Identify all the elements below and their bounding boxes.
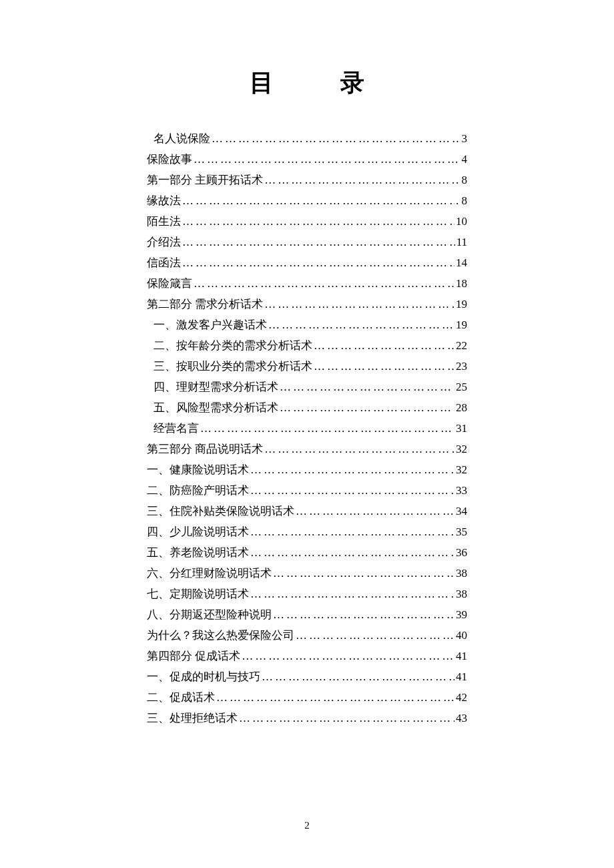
toc-entry: 五、养老险说明话术 36 [147, 547, 467, 558]
toc-leader-dots [272, 609, 456, 620]
toc-entry-label: 保险箴言 [147, 278, 192, 289]
toc-entry: 保险箴言18 [147, 278, 467, 289]
toc-leader-dots [199, 423, 456, 434]
toc-entry-page: 35 [456, 526, 467, 537]
toc-entry-label: 第一部分 主顾开拓话术 [147, 174, 263, 186]
toc-entry: 一、促成的时机与技巧 41 [147, 671, 467, 682]
toc-entry-label: 七、定期险说明话术 [147, 588, 249, 600]
toc-leader-dots [181, 216, 456, 227]
toc-entry-page: 41 [456, 650, 467, 662]
toc-leader-dots [312, 361, 456, 372]
toc-entry: 一、健康险说明话术 32 [147, 464, 467, 475]
toc-entry-page: 43 [456, 712, 467, 724]
toc-entry-label: 八、分期返还型险种说明 [147, 609, 272, 620]
toc-entry-label: 一、健康险说明话术 [147, 464, 249, 475]
toc-entry: 二、防癌险产明话术 33 [147, 485, 467, 496]
toc-leader-dots [263, 174, 456, 186]
toc-entry-label: 第三部分 商品说明话术 [147, 443, 263, 455]
toc-leader-dots [192, 154, 462, 165]
toc-entry-label: 五、风险型需求分析话术 [147, 402, 278, 413]
toc-entry: 第四部分 促成话术 41 [147, 650, 467, 662]
toc-entry: 七、定期险说明话术 38 [147, 588, 467, 600]
toc-entry-label: 二、促成话术 [147, 692, 215, 703]
toc-entry-label: 缘故法 [147, 195, 181, 206]
toc-entry-page: 3 [462, 133, 468, 144]
toc-entry-label: 第四部分 促成话术 [147, 650, 240, 662]
toc-entry-label: 四、理财型需求分析话术 [147, 381, 278, 393]
toc-entry-page: 25 [456, 381, 467, 393]
toc-entry: 八、分期返还型险种说明 39 [147, 609, 467, 620]
toc-entry: 保险故事4 [147, 154, 467, 165]
toc-entry-label: 二、防癌险产明话术 [147, 485, 249, 496]
toc-entry: 三、住院补贴类保险说明话术 34 [147, 505, 467, 517]
toc-entry-page: 28 [456, 402, 467, 413]
toc-entry-page: 31 [456, 423, 467, 434]
toc-entry-page: 32 [456, 464, 467, 475]
toc-entry-page: 32 [456, 443, 467, 455]
toc-entry: 第一部分 主顾开拓话术. 8 [147, 174, 467, 186]
toc-leader-dots [192, 278, 456, 289]
page-number: 2 [0, 820, 614, 831]
toc-leader-dots [260, 671, 456, 682]
toc-entry-label: 四、少儿险说明话术 [147, 526, 249, 537]
toc-entry: 四、理财型需求分析话术25 [147, 381, 467, 393]
toc-leader-dots [263, 298, 456, 310]
toc-entry: 第三部分 商品说明话术32 [147, 443, 467, 455]
toc-leader-dots [294, 505, 456, 517]
toc-entry: 六、分红理财险说明话术 38 [147, 568, 467, 579]
toc-leader-dots [278, 402, 456, 413]
toc-entry-label: 三、处理拒绝话术 [147, 712, 238, 724]
toc-entry-page: 33 [456, 485, 467, 496]
toc-entry-label: 介绍法 [147, 236, 181, 248]
toc-entry-label: 陌生法 [147, 216, 181, 227]
toc-entry-label: 经营名言 [147, 423, 199, 434]
toc-entry: 缘故法. 8 [147, 195, 467, 206]
toc-entry: 四、少儿险说明话术 35 [147, 526, 467, 537]
toc-entry: 第二部分 需求分析话术19 [147, 298, 467, 310]
toc-leader-dots [272, 568, 456, 579]
toc-entry: 三、按职业分类的需求分析话术23 [147, 361, 467, 372]
toc-entry-page: . 8 [456, 174, 467, 186]
toc-entry: 一、激发客户兴趣话术19 [147, 319, 467, 331]
toc-entry: 三、处理拒绝话术 43 [147, 712, 467, 724]
toc-entry-page: 14 [456, 257, 467, 268]
toc-entry: 陌生法10 [147, 216, 467, 227]
toc-leader-dots [240, 650, 456, 662]
toc-entry-label: 三、按职业分类的需求分析话术 [147, 361, 312, 372]
toc-leader-dots [294, 630, 456, 641]
toc-entry: 信函法14 [147, 257, 467, 268]
toc-entry: 名人说保险3 [147, 133, 467, 144]
toc-entry-page: 42 [456, 692, 467, 703]
toc-entry-page: 23 [456, 361, 467, 372]
toc-entry-page: 41 [456, 671, 467, 682]
toc-leader-dots [249, 547, 456, 558]
toc-entry-label: 六、分红理财险说明话术 [147, 568, 272, 579]
toc-leader-dots [249, 526, 456, 537]
toc-entry-page: 10 [456, 216, 467, 227]
toc-entry: 二、按年龄分类的需求分析话术22 [147, 340, 467, 351]
toc-entry-label: 第二部分 需求分析话术 [147, 298, 263, 310]
toc-leader-dots [249, 464, 456, 475]
toc-entry-label: 一、激发客户兴趣话术 [147, 319, 267, 331]
toc-title: 目录 [73, 67, 541, 99]
toc-entry-page: 19 [456, 298, 467, 310]
toc-entry-page: . 8 [456, 195, 467, 206]
toc-leader-dots [181, 195, 456, 206]
toc-entry-page: 34 [456, 505, 467, 517]
toc-entry-label: 一、促成的时机与技巧 [147, 671, 260, 682]
toc-entry-label: 二、按年龄分类的需求分析话术 [147, 340, 312, 351]
toc-entry-label: 保险故事 [147, 154, 192, 165]
toc-entry-label: 五、养老险说明话术 [147, 547, 249, 558]
toc-leader-dots [267, 319, 456, 331]
toc-leader-dots [249, 588, 456, 600]
toc-leader-dots [210, 133, 462, 144]
toc-entry-label: 名人说保险 [147, 133, 210, 144]
toc-entry-page: 40 [456, 630, 467, 641]
toc-entry: 二、促成话术 42 [147, 692, 467, 703]
toc-entry-page: 38 [456, 568, 467, 579]
toc-entry-label: 为什么？我这么热爱保险公司 [147, 630, 294, 641]
toc-entry-label: 三、住院补贴类保险说明话术 [147, 505, 294, 517]
toc-entry: 五、风险型需求分析话术28 [147, 402, 467, 413]
toc-entry: 为什么？我这么热爱保险公司 40 [147, 630, 467, 641]
toc-entry-page: 11 [456, 236, 467, 248]
